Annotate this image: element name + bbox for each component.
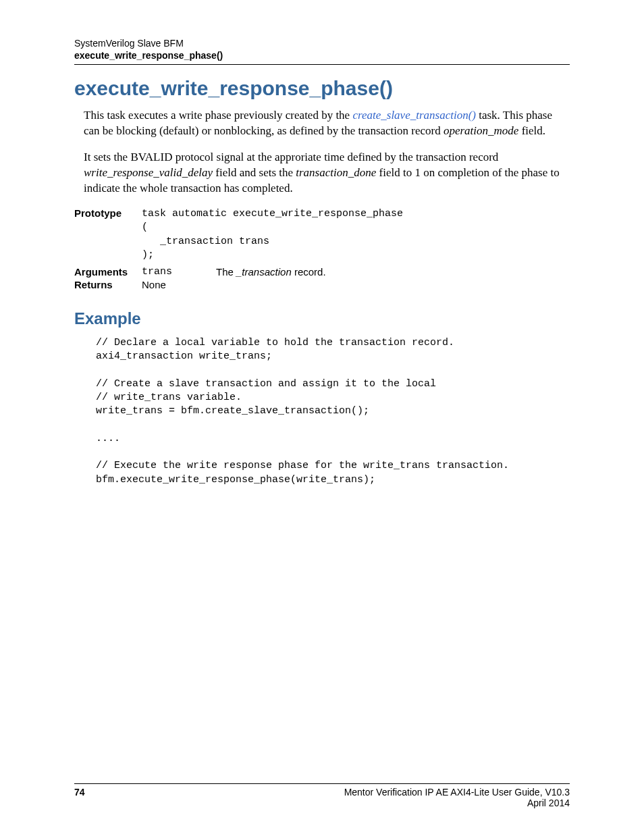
arg-desc-post: record. [292, 266, 326, 278]
argument-name: trans [142, 266, 216, 278]
page-body: SystemVerilog Slave BFM execute_write_re… [0, 0, 644, 487]
page-number: 74 [74, 787, 85, 798]
returns-value: None [142, 279, 570, 290]
footer-row: 74 Mentor Verification IP AE AXI4-Lite U… [74, 787, 570, 798]
arguments-label: Arguments [74, 266, 142, 278]
returns-label: Returns [74, 279, 142, 290]
footer-info: Mentor Verification IP AE AXI4-Lite User… [344, 787, 570, 798]
prototype-label: Prototype [74, 207, 142, 265]
footer-rule [74, 783, 570, 784]
body-indent: This task executes a write phase previou… [84, 108, 570, 197]
p1-italic: operation_mode [444, 124, 518, 137]
page-title: execute_write_response_phase() [74, 77, 570, 100]
example-code: // Declare a local variable to hold the … [96, 336, 570, 487]
argument-desc: The _transaction record. [216, 266, 570, 278]
p1-pre: This task executes a write phase previou… [84, 109, 352, 122]
link-create-slave-transaction[interactable]: create_slave_transaction() [352, 109, 476, 122]
paragraph-1: This task executes a write phase previou… [84, 108, 570, 139]
header-line1: SystemVerilog Slave BFM [74, 37, 570, 49]
example-heading: Example [74, 309, 570, 328]
p1-tail: field. [518, 124, 545, 137]
header-rule [74, 64, 570, 65]
paragraph-2: It sets the BVALID protocol signal at th… [84, 150, 570, 197]
p2-pre: It sets the BVALID protocol signal at th… [84, 151, 498, 163]
arg-desc-pre: The [216, 266, 236, 278]
arg-desc-italic: _transaction [236, 266, 292, 278]
definition-table: Prototype task automatic execute_write_r… [74, 207, 570, 290]
page-footer: 74 Mentor Verification IP AE AXI4-Lite U… [74, 783, 570, 808]
p2-i1: write_response_valid_delay [84, 166, 213, 179]
p2-i2: transaction_done [296, 166, 376, 179]
footer-date: April 2014 [74, 798, 570, 808]
p2-mid: field and sets the [213, 166, 296, 179]
header-line2: execute_write_response_phase() [74, 49, 570, 61]
running-header: SystemVerilog Slave BFM execute_write_re… [74, 37, 570, 61]
prototype-code: task automatic execute_write_response_ph… [142, 207, 570, 265]
